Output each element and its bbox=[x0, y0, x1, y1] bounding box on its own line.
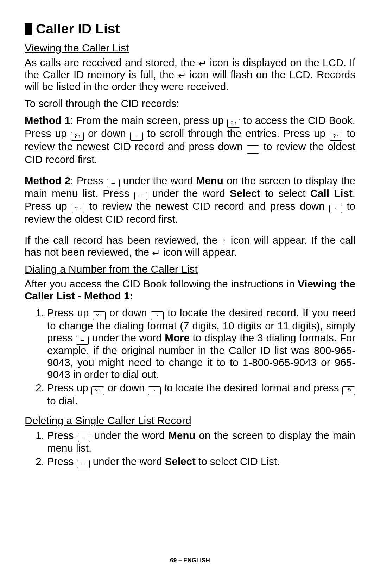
softkey-icon bbox=[134, 192, 147, 200]
t: If the call record has been reviewed, th… bbox=[25, 234, 222, 246]
t: to select CID List. bbox=[196, 456, 280, 467]
page-title: Caller ID List bbox=[25, 21, 355, 37]
dialing-steps: Press up or down to locate the desired r… bbox=[25, 307, 355, 407]
subhead-viewing: Viewing the Caller List bbox=[25, 42, 355, 54]
t: to review the newest CID record and pres… bbox=[89, 200, 329, 212]
t: under the word bbox=[93, 456, 165, 467]
reviewed-icon-paragraph: If the call record has been reviewed, th… bbox=[25, 234, 355, 258]
t: under the word bbox=[92, 332, 165, 343]
t: icon will appear. bbox=[163, 246, 237, 258]
t: on the screen to display the main menu l… bbox=[47, 429, 355, 454]
down-button-icon bbox=[329, 205, 342, 213]
title-text: Caller ID List bbox=[36, 21, 120, 37]
down-button-icon bbox=[151, 311, 164, 320]
t: or down bbox=[88, 128, 126, 139]
subhead-deleting: Deleting a Single Caller List Record bbox=[25, 415, 355, 427]
page-footer: 69 – ENGLISH bbox=[25, 557, 355, 564]
more-word: More bbox=[165, 332, 189, 343]
list-item: Press under the word Select to select CI… bbox=[47, 456, 355, 468]
up-button-icon bbox=[72, 205, 84, 213]
t: under the word bbox=[152, 187, 230, 199]
t: under the word bbox=[123, 175, 196, 186]
scroll-label: To scroll through the CID records: bbox=[25, 98, 355, 110]
up-button-icon bbox=[71, 132, 84, 141]
method1-label: Method 1 bbox=[25, 114, 70, 126]
down-button-icon bbox=[247, 145, 259, 154]
dial-button-icon bbox=[342, 386, 355, 395]
method2-label: Method 2 bbox=[25, 175, 71, 186]
up-button-icon bbox=[91, 386, 104, 395]
t: Press up bbox=[47, 382, 91, 394]
up-button-icon bbox=[330, 132, 342, 141]
list-item: Press under the word Menu on the screen … bbox=[47, 429, 355, 454]
t: After you access the CID Book following … bbox=[25, 278, 298, 290]
subhead-dialing: Dialing a Number from the Caller List bbox=[25, 263, 355, 276]
softkey-icon bbox=[78, 434, 90, 442]
t: to scroll through the entries. Press up bbox=[147, 128, 329, 139]
method2-paragraph: Method 2: Press under the word Menu on t… bbox=[25, 175, 355, 225]
t: to locate the desired format and press bbox=[164, 382, 342, 394]
softkey-icon bbox=[107, 179, 120, 187]
t: Press bbox=[47, 456, 77, 467]
t: or down bbox=[108, 382, 148, 394]
t: to dial. bbox=[47, 395, 78, 407]
softkey-icon bbox=[76, 336, 89, 345]
t: or down bbox=[109, 307, 147, 318]
t: to select bbox=[260, 187, 310, 199]
softkey-icon bbox=[77, 460, 90, 468]
menu-word: Menu bbox=[196, 175, 223, 186]
t: Press bbox=[47, 429, 77, 441]
down-button-icon bbox=[148, 386, 161, 395]
up-button-icon bbox=[227, 119, 240, 128]
dialing-intro: After you access the CID Book following … bbox=[25, 278, 355, 302]
t: As calls are received and stored, the bbox=[25, 57, 198, 68]
down-button-icon bbox=[130, 132, 143, 141]
deleting-steps: Press under the word Menu on the screen … bbox=[25, 429, 355, 468]
list-item: Press up or down to locate the desired f… bbox=[47, 382, 355, 407]
title-bullet-icon bbox=[25, 23, 32, 35]
up-button-icon bbox=[93, 311, 106, 320]
menu-word: Menu bbox=[168, 429, 195, 441]
list-item: Press up or down to locate the desired r… bbox=[47, 307, 355, 380]
t: : From the main screen, press up bbox=[70, 114, 224, 126]
viewing-intro: As calls are received and stored, the ↵ … bbox=[25, 57, 355, 93]
method1-paragraph: Method 1: From the main screen, press up… bbox=[25, 114, 355, 166]
t: under the word bbox=[94, 429, 169, 441]
select-word: Select bbox=[165, 456, 196, 467]
calllist-word: Call List bbox=[310, 187, 353, 199]
t: : Press bbox=[71, 175, 107, 186]
t: Press up bbox=[47, 307, 89, 318]
select-word: Select bbox=[230, 187, 260, 199]
